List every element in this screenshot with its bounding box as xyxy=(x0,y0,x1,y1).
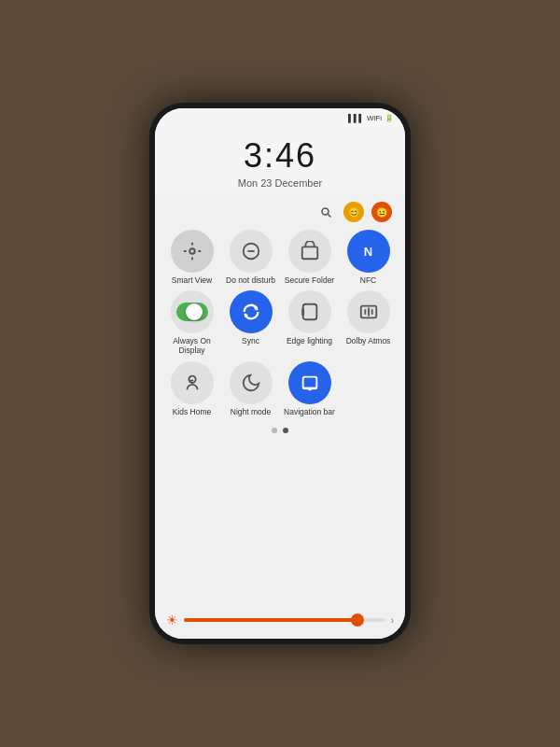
svg-rect-5 xyxy=(301,247,317,259)
lock-screen-area: 3:46 Mon 23 December xyxy=(155,127,405,194)
brightness-track[interactable] xyxy=(184,618,385,622)
night-mode-label: Night mode xyxy=(231,407,271,416)
tile-night-mode[interactable]: Night mode xyxy=(223,361,278,416)
profile1-button[interactable]: 😊 xyxy=(343,202,364,222)
wifi-icon: WiFi xyxy=(367,114,382,122)
sync-label: Sync xyxy=(242,336,259,345)
edge-lighting-label: Edge lighting xyxy=(287,336,332,345)
brightness-icon: ☀ xyxy=(166,613,178,627)
tile-secure-folder[interactable]: Secure Folder xyxy=(282,230,337,285)
smart-view-icon xyxy=(171,230,214,273)
top-icons-row: 😊 😐 xyxy=(164,202,396,222)
search-button[interactable] xyxy=(315,202,336,222)
svg-line-1 xyxy=(328,214,330,217)
brightness-expand-icon[interactable]: › xyxy=(391,615,394,626)
svg-point-15 xyxy=(309,388,310,389)
night-mode-icon xyxy=(230,361,273,404)
status-icons: ▌▌▌ WiFi 🔋 xyxy=(348,114,394,122)
aod-label: Always On Display xyxy=(164,336,219,355)
status-bar: ▌▌▌ WiFi 🔋 xyxy=(155,108,405,127)
svg-point-12 xyxy=(189,375,195,382)
nfc-icon: N xyxy=(347,230,390,273)
brightness-thumb[interactable] xyxy=(351,613,364,627)
svg-rect-6 xyxy=(302,304,316,320)
navbar-label: Navigation bar xyxy=(284,407,335,416)
battery-icon: 🔋 xyxy=(385,114,394,122)
nfc-text: N xyxy=(364,245,372,259)
quick-tiles-grid: Smart View Do not disturb xyxy=(164,230,396,416)
tile-always-on[interactable]: Always On Display xyxy=(164,290,219,355)
date-display: Mon 23 December xyxy=(238,177,323,189)
profile2-button[interactable]: 😐 xyxy=(371,202,392,222)
dolby-atmos-label: Dolby Atmos xyxy=(346,336,391,345)
tile-do-not-disturb[interactable]: Do not disturb xyxy=(223,230,278,285)
secure-folder-icon xyxy=(288,230,331,273)
svg-point-2 xyxy=(189,248,195,254)
tile-nfc[interactable]: N NFC xyxy=(341,230,396,285)
sync-icon xyxy=(230,290,273,333)
tile-edge-lighting[interactable]: Edge lighting xyxy=(282,290,337,355)
page-indicators xyxy=(164,428,396,433)
kids-home-icon xyxy=(171,361,214,404)
dolby-atmos-icon xyxy=(347,290,390,333)
svg-point-0 xyxy=(322,208,329,215)
kids-home-label: Kids Home xyxy=(173,407,212,416)
brightness-fill xyxy=(184,618,355,622)
aod-toggle-knob xyxy=(186,303,203,320)
svg-rect-13 xyxy=(302,376,316,388)
signal-icon: ▌▌▌ xyxy=(348,114,364,122)
page-dot-2[interactable] xyxy=(283,428,288,433)
dnd-icon xyxy=(230,230,273,273)
aod-icon xyxy=(171,290,214,333)
edge-lighting-icon xyxy=(288,290,331,333)
navbar-icon xyxy=(288,361,331,404)
nfc-label: NFC xyxy=(360,275,376,285)
phone-screen: ▌▌▌ WiFi 🔋 3:46 Mon 23 December xyxy=(155,108,405,639)
dnd-label: Do not disturb xyxy=(226,275,275,285)
phone-device: ▌▌▌ WiFi 🔋 3:46 Mon 23 December xyxy=(149,103,411,644)
quick-settings-panel: 😊 😐 Smart View xyxy=(155,194,405,639)
tile-kids-home[interactable]: Kids Home xyxy=(164,361,219,416)
secure-folder-label: Secure Folder xyxy=(285,275,334,285)
tile-sync[interactable]: Sync xyxy=(223,290,278,355)
smart-view-label: Smart View xyxy=(172,275,212,285)
page-dot-1[interactable] xyxy=(272,428,277,433)
aod-toggle xyxy=(176,303,208,321)
time-display: 3:46 xyxy=(244,136,316,176)
brightness-row: ☀ › xyxy=(164,609,396,631)
tile-dolby-atmos[interactable]: Dolby Atmos xyxy=(341,290,396,355)
tile-navigation-bar[interactable]: Navigation bar xyxy=(282,361,337,416)
tile-smart-view[interactable]: Smart View xyxy=(164,230,219,285)
